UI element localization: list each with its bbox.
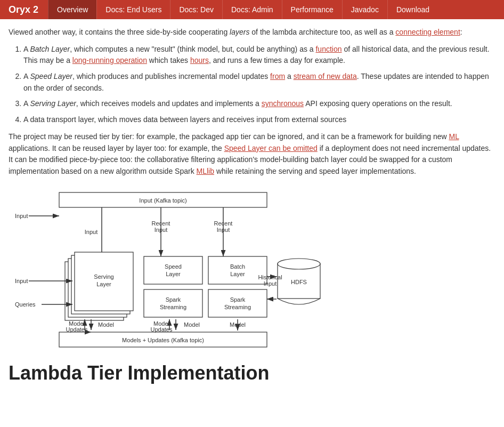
model-label2: Model	[184, 321, 200, 328]
list-item-4: A data transport layer, which moves data…	[23, 114, 495, 126]
svg-rect-15	[144, 289, 202, 317]
list-item-3: A Serving Layer, which receives models a…	[23, 98, 495, 110]
serving-layer-text1: Serving	[94, 273, 113, 280]
nav-item-javadoc[interactable]: Javadoc	[342, 0, 387, 19]
nav-logo: Oryx 2	[0, 0, 48, 19]
nav-item-download[interactable]: Download	[387, 0, 438, 19]
historical-input-text2: Input	[264, 280, 277, 287]
features-list: A Batch Layer, which computes a new "res…	[23, 44, 495, 126]
hdfs-label: HDFS	[291, 279, 307, 285]
spark-streaming1-text2: Streaming	[160, 304, 186, 310]
spark-streaming2-text2: Streaming	[224, 304, 251, 310]
nav-item-docs-end-users[interactable]: Docs: End Users	[96, 0, 170, 19]
svg-point-19	[278, 259, 320, 269]
spark-streaming1-text1: Spark	[166, 296, 181, 303]
navbar: Oryx 2 Overview Docs: End Users Docs: De…	[0, 0, 504, 19]
speed-layer-text2: Layer	[166, 271, 181, 277]
nav-item-performance[interactable]: Performance	[282, 0, 342, 19]
list-item-1: A Batch Layer, which computes a new "res…	[23, 44, 495, 67]
input-label-bottom: Input	[15, 278, 28, 284]
input-kafka-label: Input (Kafka topic)	[139, 197, 186, 204]
intro-paragraph: Viewed another way, it contains the thre…	[9, 27, 495, 38]
architecture-diagram: text { font-family: Arial, sans-serif; f…	[9, 187, 495, 352]
serving-layer-text2: Layer	[96, 281, 111, 287]
batch-layer-text2: Layer	[230, 271, 245, 277]
nav-item-overview[interactable]: Overview	[48, 0, 96, 19]
nav-item-docs-admin[interactable]: Docs: Admin	[222, 0, 282, 19]
input-label-left: Input	[15, 213, 28, 219]
list-item-2: A Speed Layer, which produces and publis…	[23, 71, 495, 94]
historical-input-text1: Historical	[258, 274, 282, 280]
svg-rect-17	[208, 289, 267, 317]
spark-streaming2-text1: Spark	[230, 296, 246, 303]
batch-layer-text1: Batch	[230, 263, 245, 270]
model-label1: Model	[98, 321, 114, 328]
diagram-svg: text { font-family: Arial, sans-serif; f…	[9, 187, 339, 352]
lambda-heading: Lambda Tier Implementation	[9, 362, 495, 384]
main-content: Viewed another way, it contains the thre…	[0, 19, 504, 392]
speed-layer-text1: Speed	[165, 263, 182, 270]
models-kafka-label: Models + Updates (Kafka topic)	[122, 337, 204, 343]
queries-label: Queries	[15, 301, 36, 308]
body-paragraph: The project may be reused tier by tier: …	[9, 131, 495, 178]
svg-rect-14	[144, 256, 202, 284]
nav-item-docs-dev[interactable]: Docs: Dev	[170, 0, 222, 19]
input-label-mid: Input	[85, 229, 97, 235]
